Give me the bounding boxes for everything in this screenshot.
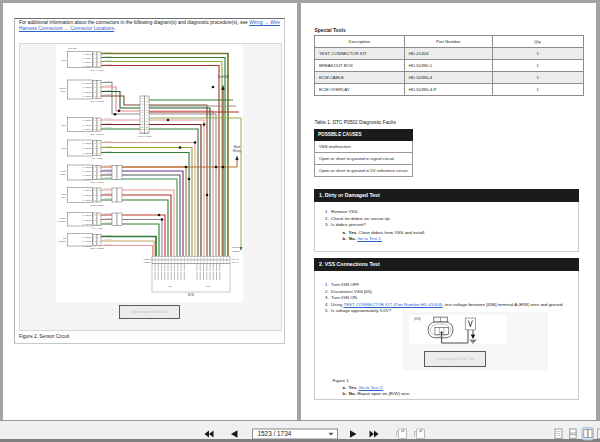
svg-text:XX Signal: XX Signal (82, 223, 92, 225)
svg-text:XX Signal: XX Signal (82, 170, 92, 172)
svg-text:A 1 (R/W): A 1 (R/W) (103, 217, 112, 219)
svg-text:A 1 (R/W): A 1 (R/W) (103, 243, 112, 245)
svg-text:A 1 (R/W): A 1 (R/W) (103, 164, 112, 166)
svg-text:[78A-2]: [78A-2] (232, 258, 240, 260)
svg-text:[65B]: [65B] (414, 316, 421, 320)
svg-text:XX Signal: XX Signal (82, 86, 92, 88)
svg-text:[79A] [79B]: [79A] [79B] (91, 227, 103, 229)
svg-text:[141A] [141B]: [141A] [141B] (90, 69, 104, 71)
svg-text:ECM: ECM (188, 293, 194, 297)
svg-text:XX Signal: XX Signal (82, 214, 92, 216)
svg-text:XX Signal: XX Signal (82, 219, 92, 221)
svg-text:XX Signal: XX Signal (82, 147, 92, 149)
svg-text:A 1 (R/W): A 1 (R/W) (103, 234, 112, 236)
svg-text:XX Signal: XX Signal (82, 152, 92, 154)
svg-text:Wiring: Wiring (233, 149, 242, 153)
svg-text:Position: Position (57, 220, 66, 223)
svg-text:A 1 (R/W): A 1 (R/W) (103, 187, 112, 189)
svg-text:XX Signal: XX Signal (82, 61, 92, 63)
svg-text:A 1 (R/W): A 1 (R/W) (103, 145, 112, 147)
svg-text:XX Signal: XX Signal (82, 245, 92, 247)
svg-text:XX Signal: XX Signal (82, 82, 92, 84)
svg-text:A 1 (R/W): A 1 (R/W) (103, 150, 112, 152)
svg-text:Siren: Siren (60, 90, 66, 93)
svg-text:A 1 (R/W): A 1 (R/W) (103, 238, 112, 240)
svg-text:XX Signal: XX Signal (82, 91, 92, 93)
svg-text:A 1 (R/W): A 1 (R/W) (103, 117, 112, 119)
svg-text:A 1 (R/W): A 1 (R/W) (103, 168, 112, 170)
svg-text:[208A] [208B]: [208A] [208B] (90, 100, 104, 102)
svg-text:XX Signal: XX Signal (82, 119, 92, 121)
svg-text:A 1 (R/W): A 1 (R/W) (103, 212, 112, 214)
svg-text:[65A] [65B]: [65A] [65B] (91, 157, 103, 159)
svg-text:XX Signal: XX Signal (82, 178, 92, 180)
svg-text:To ECM: To ECM (218, 75, 229, 79)
svg-text:XX Signal: XX Signal (82, 236, 92, 238)
svg-text:XX Signal: XX Signal (82, 199, 92, 201)
svg-text:XX Signal: XX Signal (82, 194, 92, 196)
svg-text:HO2: HO2 (61, 59, 67, 62)
svg-text:XX Signal: XX Signal (82, 166, 92, 168)
svg-text:XX Signal: XX Signal (82, 65, 92, 67)
svg-text:(HDI): (HDI) (60, 196, 66, 199)
svg-text:A 1 (R/W): A 1 (R/W) (103, 176, 112, 178)
svg-text:A 1 (R/W): A 1 (R/W) (103, 140, 112, 142)
svg-text:XX Signal: XX Signal (82, 142, 92, 144)
svg-text:A 1 (R/W): A 1 (R/W) (103, 59, 112, 61)
svg-text:A 1 (R/W): A 1 (R/W) (103, 84, 112, 86)
svg-text:A 1 (R/W): A 1 (R/W) (103, 51, 112, 53)
svg-text:[133A] [133B]: [133A] [133B] (90, 204, 104, 206)
svg-text:XX Signal: XX Signal (82, 128, 92, 130)
svg-text:[178B-2]: [178B-2] (232, 250, 241, 252)
svg-text:[78B-1]: [78B-1] (144, 261, 152, 263)
svg-text:A 1 (R/W): A 1 (R/W) (103, 89, 112, 91)
svg-text:XX Signal: XX Signal (82, 174, 92, 176)
svg-text:[204A] [204B]: [204A] [204B] (90, 133, 104, 135)
svg-text:XX Signal: XX Signal (82, 189, 92, 191)
svg-text:A 1 (R/W): A 1 (R/W) (103, 172, 112, 174)
svg-text:A 1 (R/W): A 1 (R/W) (103, 63, 112, 65)
svg-text:A 1 (R/W): A 1 (R/W) (103, 221, 112, 223)
svg-text:XX Signal: XX Signal (82, 57, 92, 59)
svg-text:100 (BK): 100 (BK) (68, 47, 78, 50)
svg-text:TGS: TGS (61, 124, 66, 127)
svg-text:A 1 (R/W): A 1 (R/W) (103, 122, 112, 124)
svg-text:XX Signal: XX Signal (82, 53, 92, 55)
svg-text:[137A] [137B]: [137A] [137B] (90, 181, 104, 183)
svg-text:1523 / 1734: 1523 / 1734 (258, 430, 292, 437)
svg-text:[78B-2]: [78B-2] (144, 258, 152, 260)
svg-text:[178B-1]: [178B-1] (232, 246, 241, 248)
svg-text:[78A-1]: [78A-1] (232, 261, 240, 263)
svg-text:A 1 (R/W): A 1 (R/W) (103, 55, 112, 57)
svg-text:A 1 (R/W): A 1 (R/W) (103, 197, 112, 199)
svg-text:A 1 (R/W): A 1 (R/W) (103, 80, 112, 82)
svg-text:XX Signal: XX Signal (82, 124, 92, 126)
svg-text:A 1 (R/W): A 1 (R/W) (103, 192, 112, 194)
svg-text:VSS: VSS (61, 147, 66, 150)
svg-text:A 1 (R/W): A 1 (R/W) (103, 126, 112, 128)
svg-text:XX Signal: XX Signal (82, 95, 92, 97)
svg-text:A 1 (R/W): A 1 (R/W) (103, 93, 112, 95)
svg-text:[145A] [145B]: [145A] [145B] (138, 135, 152, 137)
svg-text:XX Signal: XX Signal (82, 240, 92, 242)
svg-text:HFSM: HFSM (59, 173, 66, 176)
svg-text:[138A] [138B]: [138A] [138B] (90, 247, 104, 249)
svg-text:Sensor: Sensor (58, 240, 66, 243)
